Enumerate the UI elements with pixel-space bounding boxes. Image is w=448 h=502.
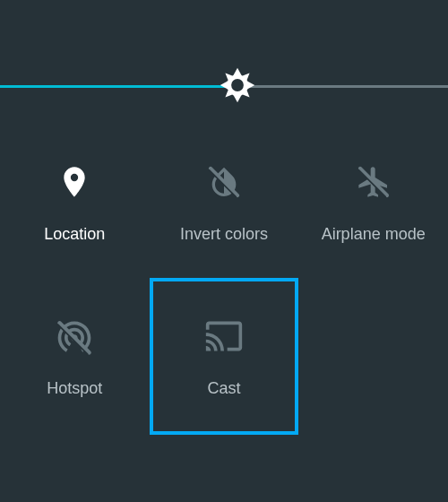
- quick-tiles-row-1: Location Invert colors Airplane mode: [0, 126, 448, 278]
- hotspot-icon: [53, 315, 96, 358]
- tile-label: Location: [44, 225, 105, 244]
- tile-hotspot[interactable]: Hotspot: [0, 278, 150, 435]
- tile-label: Invert colors: [180, 225, 268, 244]
- brightness-track-rest: [237, 85, 448, 88]
- brightness-slider-area: [0, 0, 448, 126]
- location-icon: [53, 160, 96, 203]
- tile-invert-colors[interactable]: Invert colors: [150, 126, 299, 278]
- tile-location[interactable]: Location: [0, 126, 150, 278]
- cast-icon: [202, 315, 246, 358]
- invert-colors-icon: [202, 160, 246, 203]
- tile-airplane-mode[interactable]: Airplane mode: [298, 126, 448, 278]
- tile-cast[interactable]: Cast: [150, 278, 299, 435]
- tile-label: Hotspot: [47, 379, 102, 398]
- tile-label: Cast: [207, 379, 240, 398]
- airplane-icon: [352, 160, 395, 203]
- brightness-track-fill: [0, 85, 237, 88]
- brightness-icon: [217, 65, 258, 106]
- quick-tiles-row-2: Hotspot Cast: [0, 278, 448, 435]
- brightness-thumb[interactable]: [215, 63, 260, 108]
- tile-label: Airplane mode: [322, 225, 426, 244]
- svg-point-2: [231, 79, 244, 91]
